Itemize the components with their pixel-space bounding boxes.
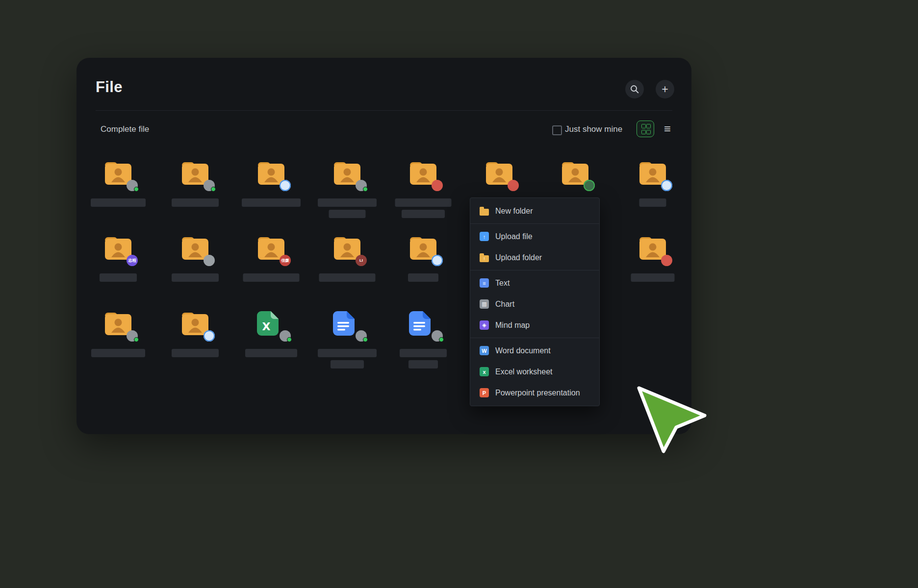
filename-placeholder xyxy=(172,273,219,282)
avatar-badge xyxy=(432,180,443,191)
avatar-badge xyxy=(432,255,443,266)
file-item[interactable] xyxy=(391,234,455,299)
file-item[interactable] xyxy=(315,159,379,224)
upload-file-icon: ↑ xyxy=(480,232,489,241)
menu-item-label: Excel worksheet xyxy=(495,368,553,376)
menu-item-upload-file[interactable]: ↑Upload file xyxy=(470,226,599,247)
file-item[interactable] xyxy=(391,310,455,374)
new-folder-icon xyxy=(480,209,489,216)
file-item[interactable]: LI xyxy=(315,234,379,299)
file-item[interactable] xyxy=(163,234,227,299)
avatar-badge xyxy=(204,255,215,266)
context-menu: New folder↑Upload file↑Upload folder≡Tex… xyxy=(470,197,600,406)
folder-icon xyxy=(179,310,211,338)
filename-placeholder xyxy=(331,360,364,368)
file-item[interactable] xyxy=(163,159,227,224)
menu-item-new-folder[interactable]: New folder xyxy=(470,200,599,221)
file-item[interactable]: X xyxy=(239,310,303,374)
filename-placeholder xyxy=(408,360,438,368)
folder-icon xyxy=(637,159,669,188)
menu-divider xyxy=(470,270,599,270)
filename-placeholder xyxy=(245,349,297,357)
desktop-background: File + Complete file Just show mine ≡ 志程… xyxy=(0,0,918,588)
file-item[interactable] xyxy=(621,159,685,224)
menu-item-label: New folder xyxy=(495,207,533,216)
text-document-icon: ≡ xyxy=(480,278,489,288)
online-status-dot xyxy=(211,187,216,192)
folder-icon xyxy=(331,159,363,188)
file-manager-window: File + Complete file Just show mine ≡ 志程… xyxy=(76,58,691,434)
avatar-badge xyxy=(204,330,215,342)
file-item[interactable] xyxy=(163,310,227,374)
filename-placeholder xyxy=(639,198,666,207)
filename-placeholder xyxy=(408,273,438,282)
online-status-dot xyxy=(363,187,368,192)
avatar-badge xyxy=(584,180,595,191)
menu-item-excel[interactable]: xExcel worksheet xyxy=(470,361,599,382)
menu-divider xyxy=(470,338,599,338)
avatar-badge xyxy=(661,255,672,266)
folder-icon xyxy=(179,159,211,188)
powerpoint-icon: P xyxy=(480,388,489,397)
menu-item-word[interactable]: WWord document xyxy=(470,340,599,361)
menu-item-upload-folder[interactable]: ↑Upload folder xyxy=(470,247,599,268)
menu-divider xyxy=(470,223,599,224)
folder-icon xyxy=(102,310,134,338)
doc-icon xyxy=(407,310,439,338)
filename-placeholder xyxy=(91,349,145,357)
folder-icon xyxy=(179,234,211,263)
menu-item-label: Upload file xyxy=(495,232,533,241)
filename-placeholder xyxy=(172,349,219,357)
filename-placeholder xyxy=(318,198,377,207)
filename-placeholder xyxy=(172,198,219,207)
svg-text:X: X xyxy=(262,320,271,333)
word-icon: W xyxy=(480,346,489,355)
menu-item-mind-map[interactable]: ◈Mind map xyxy=(470,315,599,336)
folder-icon xyxy=(483,159,515,188)
excel-icon: X xyxy=(255,310,287,338)
filename-placeholder xyxy=(91,198,146,207)
avatar-badge: 佳媛 xyxy=(280,255,291,266)
chart-icon: ▥ xyxy=(480,299,489,309)
avatar-badge: 志程 xyxy=(127,255,138,266)
excel-icon: x xyxy=(480,367,489,376)
menu-item-label: Text xyxy=(495,279,510,288)
avatar-badge xyxy=(432,330,443,342)
folder-icon xyxy=(255,159,287,188)
avatar-badge xyxy=(127,330,138,342)
folder-icon: 佳媛 xyxy=(255,234,287,263)
file-item[interactable] xyxy=(621,234,685,299)
mind-map-icon: ◈ xyxy=(480,320,489,330)
doc-icon xyxy=(331,310,363,338)
menu-item-label: Chart xyxy=(495,300,514,309)
avatar-badge xyxy=(661,180,672,191)
menu-item-text-document[interactable]: ≡Text xyxy=(470,272,599,294)
filename-placeholder xyxy=(100,273,137,282)
avatar-badge xyxy=(356,180,367,191)
online-status-dot xyxy=(287,337,292,342)
menu-item-label: Powerpoint presentation xyxy=(495,389,580,397)
avatar-badge xyxy=(127,180,138,191)
menu-item-chart[interactable]: ▥Chart xyxy=(470,294,599,315)
menu-item-powerpoint[interactable]: PPowerpoint presentation xyxy=(470,382,599,403)
avatar-badge xyxy=(280,330,291,342)
online-status-dot xyxy=(134,337,139,342)
file-item[interactable]: 佳媛 xyxy=(239,234,303,299)
file-item[interactable] xyxy=(86,159,150,224)
menu-item-label: Word document xyxy=(495,346,551,355)
file-item[interactable] xyxy=(315,310,379,374)
folder-icon xyxy=(407,159,439,188)
filename-placeholder xyxy=(400,349,447,357)
avatar-badge: LI xyxy=(356,255,367,266)
online-status-dot xyxy=(363,337,368,342)
folder-icon: LI xyxy=(331,234,363,263)
filename-placeholder xyxy=(319,273,376,282)
folder-icon xyxy=(407,234,439,263)
folder-icon xyxy=(102,159,134,188)
folder-icon xyxy=(559,159,591,188)
filename-placeholder xyxy=(243,273,300,282)
file-item[interactable] xyxy=(239,159,303,224)
file-item[interactable]: 志程 xyxy=(86,234,150,299)
file-item[interactable] xyxy=(86,310,150,374)
file-item[interactable] xyxy=(391,159,455,224)
